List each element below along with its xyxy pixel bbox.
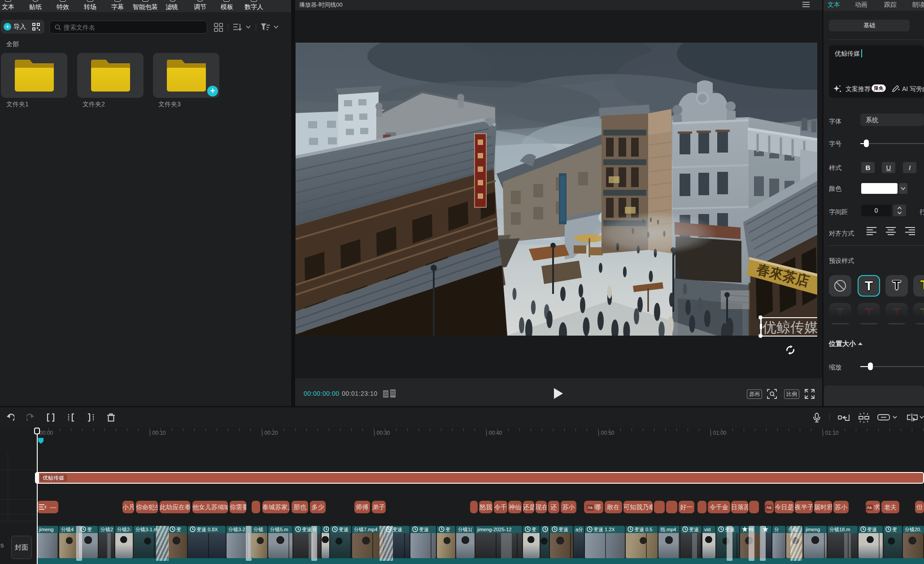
svg-text:优鲸传媒: 优鲸传媒 [762,319,817,335]
